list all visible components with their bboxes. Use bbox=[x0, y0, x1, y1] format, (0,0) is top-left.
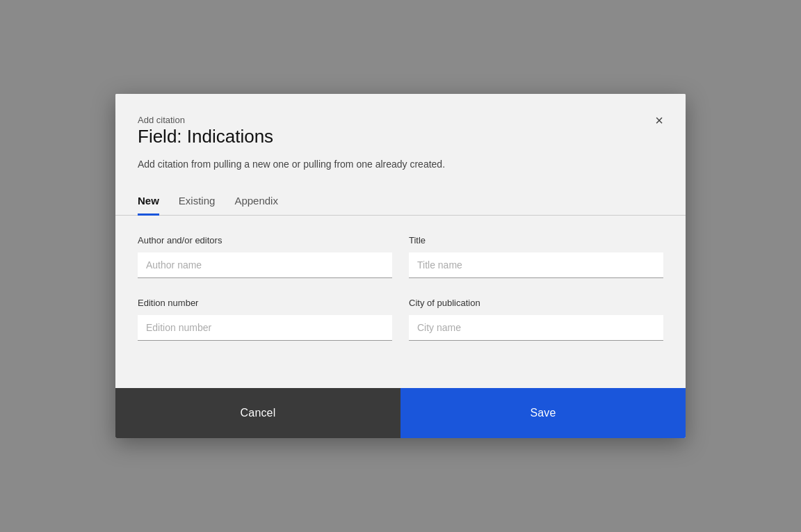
cancel-button[interactable]: Cancel bbox=[115, 388, 400, 438]
author-input[interactable] bbox=[138, 252, 392, 278]
modal-header: Add citation Field: Indications Add cita… bbox=[115, 94, 686, 172]
close-button[interactable]: × bbox=[652, 111, 666, 130]
author-group: Author and/or editors bbox=[138, 235, 392, 278]
city-label: City of publication bbox=[409, 298, 663, 308]
title-group: Title bbox=[409, 235, 663, 278]
edition-group: Edition number bbox=[138, 298, 392, 341]
title-label: Title bbox=[409, 235, 663, 245]
edition-label: Edition number bbox=[138, 298, 392, 308]
save-button[interactable]: Save bbox=[400, 388, 686, 438]
form-row-2: Edition number City of publication bbox=[138, 298, 663, 341]
title-input[interactable] bbox=[409, 252, 663, 278]
tab-existing[interactable]: Existing bbox=[179, 188, 216, 216]
modal-footer: Cancel Save bbox=[115, 388, 686, 438]
tab-bar: New Existing Appendix bbox=[115, 187, 686, 216]
modal-subtitle: Add citation bbox=[138, 115, 185, 125]
modal-body: Author and/or editors Title Edition numb… bbox=[115, 216, 686, 388]
tab-new[interactable]: New bbox=[138, 188, 159, 216]
city-input[interactable] bbox=[409, 315, 663, 341]
city-group: City of publication bbox=[409, 298, 663, 341]
edition-input[interactable] bbox=[138, 315, 392, 341]
tab-appendix[interactable]: Appendix bbox=[234, 188, 278, 216]
form-row-1: Author and/or editors Title bbox=[138, 235, 663, 278]
modal-title: Field: Indications bbox=[138, 126, 663, 147]
author-label: Author and/or editors bbox=[138, 235, 392, 245]
modal-dialog: Add citation Field: Indications Add cita… bbox=[115, 94, 686, 438]
modal-description: Add citation from pulling a new one or p… bbox=[138, 157, 663, 172]
